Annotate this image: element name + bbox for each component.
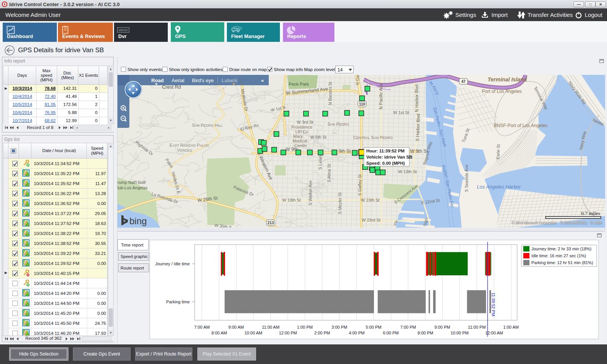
svg-text:W 19th St: W 19th St — [361, 198, 379, 202]
svg-text:N Pacific Ave: N Pacific Ave — [379, 83, 383, 109]
svg-text:Lit'l Co: Lit'l Co — [295, 129, 308, 134]
svg-text:N Harbor Blvd: N Harbor Blvd — [414, 84, 419, 112]
svg-text:Parking time: 12 hr 51 min (81: Parking time: 12 hr 51 min (81%) — [531, 260, 593, 265]
svg-text:W 1st St: W 1st St — [393, 110, 409, 115]
svg-text:12:00 PM: 12:00 PM — [279, 331, 297, 335]
svg-text:10:00 PM: 10:00 PM — [450, 331, 468, 335]
svg-text:SAN PEDRO HILL: SAN PEDRO HILL — [192, 123, 223, 127]
svg-text:rump Nat'l Golf: rump Nat'l Golf — [117, 180, 146, 185]
svg-text:Mary: Mary — [293, 134, 303, 139]
svg-text:8:00 PM: 8:00 PM — [418, 331, 433, 335]
svg-text:6:00 PM: 6:00 PM — [383, 331, 399, 335]
svg-text:W 19th St: W 19th St — [282, 198, 301, 202]
svg-text:9:00 AM: 9:00 AM — [228, 325, 244, 329]
svg-text:SAN PEDRO: SAN PEDRO — [327, 122, 349, 126]
svg-text:S Harbor Blvd: S Harbor Blvd — [415, 114, 420, 141]
svg-text:Aerial: Aerial — [172, 78, 184, 83]
svg-text:7:00 AM: 7:00 AM — [194, 325, 210, 329]
svg-text:1:00 PM: 1:00 PM — [297, 325, 313, 329]
svg-text:S Meyler St: S Meyler St — [337, 192, 342, 214]
svg-text:W 13th St: W 13th St — [398, 169, 417, 174]
svg-text:CENTRAL SAN PEDRO: CENTRAL SAN PEDRO — [353, 135, 393, 140]
svg-text:11:00 PM: 11:00 PM — [468, 325, 486, 329]
svg-text:11:39:52 PM: 11:39:52 PM — [491, 293, 496, 316]
svg-text:10:00 AM: 10:00 AM — [245, 331, 262, 335]
svg-text:9:00 PM: 9:00 PM — [435, 325, 450, 329]
svg-text:S Walker Ave: S Walker Ave — [308, 180, 313, 205]
svg-text:0.7 miles: 0.7 miles — [581, 210, 600, 216]
svg-text:S Leland: S Leland — [318, 153, 323, 170]
svg-text:Speed: 0.00 (MPH): Speed: 0.00 (MPH) — [366, 161, 405, 165]
svg-text:Hour: 11:39:52 PM: Hour: 11:39:52 PM — [366, 149, 405, 153]
svg-text:Terminal Island: Terminal Island — [488, 76, 527, 83]
svg-text:213: 213 — [268, 221, 274, 225]
svg-text:N Bandini St: N Bandini St — [328, 82, 332, 105]
svg-text:Peck Park: Peck Park — [289, 82, 309, 86]
svg-text:S Gaffey St: S Gaffey St — [357, 174, 362, 196]
svg-text:Vehicle: idrive Van SB: Vehicle: idrive Van SB — [366, 155, 412, 159]
svg-text:W 23rd St: W 23rd St — [362, 218, 380, 222]
svg-text:110: 110 — [359, 102, 366, 106]
svg-text:2:00 PM: 2:00 PM — [314, 331, 330, 335]
svg-text:4:00 PM: 4:00 PM — [349, 331, 365, 335]
svg-text:Bird's eye: Bird's eye — [192, 78, 214, 83]
svg-text:S Alma St: S Alma St — [327, 164, 331, 182]
svg-text:Earle St: Earle St — [495, 144, 501, 159]
svg-text:12:00 AM: 12:00 AM — [485, 331, 503, 335]
svg-text:Center: Center — [294, 143, 307, 148]
svg-text:8:00 AM: 8:00 AM — [212, 331, 227, 335]
svg-text:Providence: Providence — [291, 125, 312, 129]
svg-text:1:00 AM: 1:00 AM — [503, 325, 519, 329]
svg-text:bing: bing — [129, 216, 147, 226]
svg-text:N Gaffey S: N Gaffey S — [355, 75, 360, 85]
svg-text:S Seaside Ave: S Seaside Ave — [464, 165, 469, 192]
svg-text:9th St: 9th St — [339, 149, 351, 154]
svg-text:Road: Road — [151, 78, 164, 83]
svg-text:Labels: Labels — [222, 78, 237, 83]
svg-text:Journey time: 2 hr 33 min (18%: Journey time: 2 hr 33 min (18%) — [531, 247, 592, 251]
svg-text:BNSF-Port of Los Angeles: BNSF-Port of Los Angeles — [494, 123, 547, 128]
svg-text:lub-Los Angelas: lub-Los Angelas — [117, 185, 148, 190]
svg-text:47: 47 — [461, 79, 466, 84]
svg-text:5:00 PM: 5:00 PM — [366, 325, 382, 329]
svg-text:Journey / Idle time: Journey / Idle time — [155, 261, 190, 266]
svg-text:«: « — [261, 78, 264, 83]
svg-text:MERGE: MERGE — [119, 29, 128, 31]
svg-text:Idle time: 16 min 27 sec (1%): Idle time: 16 min 27 sec (1%) — [531, 253, 586, 258]
svg-text:Medical: Medical — [293, 139, 307, 143]
svg-text:W 6th St: W 6th St — [310, 135, 326, 139]
svg-text:EAST RANCHO PALOS: EAST RANCHO PALOS — [170, 143, 209, 147]
svg-text:7:00 PM: 7:00 PM — [400, 325, 416, 329]
svg-text:VERDES: VERDES — [177, 148, 192, 152]
svg-text:© 2014 Microsoft Corporation: © 2014 Microsoft Corporation © 2010 NAVT… — [511, 221, 601, 225]
svg-text:Port of Los Angeles: Port of Los Angeles — [482, 89, 522, 94]
svg-text:Los Angeles Harbor: Los Angeles Harbor — [477, 184, 521, 190]
svg-text:Crest Rd: Crest Rd — [162, 84, 181, 90]
svg-text:3:00 PM: 3:00 PM — [332, 325, 347, 329]
svg-text:11:00 AM: 11:00 AM — [262, 325, 280, 329]
svg-text:Parking time: Parking time — [166, 299, 190, 304]
svg-text:W 3rd St: W 3rd St — [297, 120, 313, 124]
